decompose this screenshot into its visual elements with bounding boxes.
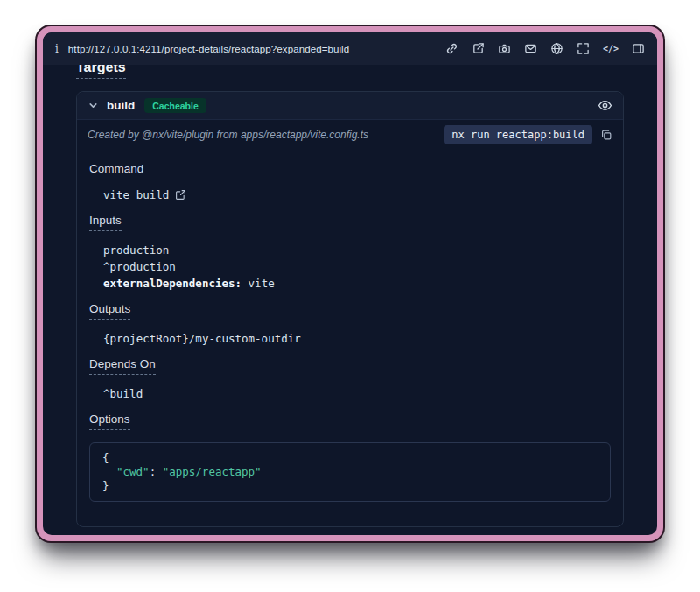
build-card-header[interactable]: build Cacheable — [77, 92, 623, 120]
copy-icon[interactable] — [600, 129, 612, 141]
browser-titlebar: i http://127.0.0.1:4211/project-details/… — [43, 32, 657, 65]
inputs-section-label[interactable]: Inputs — [89, 214, 122, 231]
address-bar-url[interactable]: http://127.0.0.1:4211/project-details/re… — [68, 44, 349, 54]
created-by-text: Created by @nx/vite/plugin from apps/rea… — [88, 129, 436, 141]
outputs-section-label[interactable]: Outputs — [89, 302, 130, 320]
code-line: } — [102, 479, 598, 493]
command-section-label: Command — [89, 162, 144, 176]
titlebar-actions: </> — [445, 42, 645, 55]
options-code-block: { "cwd": "apps/reactapp" } — [89, 442, 611, 502]
browser-window: i http://127.0.0.1:4211/project-details/… — [43, 32, 657, 535]
build-card-body: Command vite build Inputs production ^pr… — [77, 148, 623, 526]
build-target-card: build Cacheable Created by @nx/vite/plug… — [76, 91, 624, 527]
code-line: "cwd": "apps/reactapp" — [102, 465, 598, 479]
depends-on-item: ^build — [103, 387, 611, 400]
command-value: vite build — [103, 188, 169, 201]
target-name: build — [107, 99, 135, 112]
external-link-icon[interactable] — [175, 189, 186, 201]
json-separator: : — [150, 465, 163, 478]
external-deps-value: vite — [248, 277, 275, 290]
camera-icon[interactable] — [498, 42, 511, 55]
input-item: ^production — [103, 260, 611, 273]
chevron-down-icon[interactable] — [88, 100, 99, 111]
mail-icon[interactable] — [524, 42, 537, 55]
output-item: {projectRoot}/my-custom-outdir — [103, 332, 611, 345]
globe-icon[interactable] — [550, 42, 564, 55]
json-key: "cwd" — [116, 465, 150, 478]
sidebar-panel-icon[interactable] — [632, 42, 645, 55]
info-icon[interactable]: i — [55, 43, 59, 55]
input-item-external-deps: externalDependencies: vite — [103, 277, 611, 290]
targets-heading: Targets — [76, 65, 126, 79]
eye-icon[interactable] — [598, 98, 612, 113]
depends-on-section-label[interactable]: Depends On — [89, 357, 156, 375]
code-line: { — [102, 451, 598, 465]
external-deps-label: externalDependencies: — [103, 277, 242, 290]
code-icon[interactable]: </> — [603, 44, 619, 53]
run-command-chip: nx run reactapp:build — [444, 125, 592, 144]
cacheable-badge: Cacheable — [144, 98, 206, 113]
expand-icon[interactable] — [577, 42, 590, 55]
input-item: production — [103, 243, 611, 257]
project-details-page: Targets build Cacheable Created by @nx/v… — [43, 65, 657, 535]
build-card-subheader: Created by @nx/vite/plugin from apps/rea… — [77, 120, 623, 148]
options-section-label[interactable]: Options — [89, 412, 130, 430]
json-value: "apps/reactapp" — [163, 465, 262, 478]
export-icon[interactable] — [472, 42, 485, 55]
app-window: i http://127.0.0.1:4211/project-details/… — [37, 26, 663, 541]
link-icon[interactable] — [445, 42, 458, 55]
